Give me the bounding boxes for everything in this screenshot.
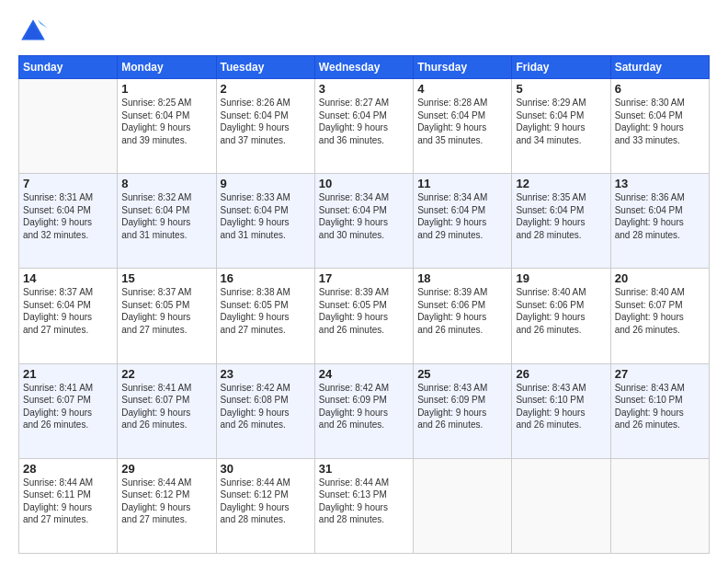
day-number: 24 [319, 367, 409, 381]
day-number: 7 [23, 177, 113, 190]
day-info: Sunrise: 8:42 AMSunset: 6:09 PMDaylight:… [319, 382, 409, 431]
day-info: Sunrise: 8:44 AMSunset: 6:12 PMDaylight:… [121, 477, 211, 526]
day-info: Sunrise: 8:42 AMSunset: 6:08 PMDaylight:… [221, 382, 311, 431]
calendar-week-row: 1Sunrise: 8:25 AMSunset: 6:04 PMDaylight… [19, 79, 710, 174]
day-number: 3 [319, 82, 409, 96]
calendar-cell: 31Sunrise: 8:44 AMSunset: 6:13 PMDayligh… [314, 458, 413, 553]
calendar-cell: 12Sunrise: 8:35 AMSunset: 6:04 PMDayligh… [512, 174, 610, 269]
day-number: 20 [615, 271, 705, 285]
day-info: Sunrise: 8:41 AMSunset: 6:07 PMDaylight:… [23, 382, 113, 431]
day-number: 11 [417, 177, 507, 190]
logo [18, 17, 53, 46]
calendar-cell: 23Sunrise: 8:42 AMSunset: 6:08 PMDayligh… [216, 363, 314, 458]
day-number: 5 [516, 82, 606, 96]
day-info: Sunrise: 8:31 AMSunset: 6:04 PMDaylight:… [23, 191, 113, 241]
calendar-cell: 16Sunrise: 8:38 AMSunset: 6:05 PMDayligh… [216, 269, 314, 363]
calendar: SundayMondayTuesdayWednesdayThursdayFrid… [18, 55, 710, 554]
day-info: Sunrise: 8:25 AMSunset: 6:04 PMDaylight:… [121, 97, 211, 146]
calendar-cell: 26Sunrise: 8:43 AMSunset: 6:10 PMDayligh… [512, 363, 610, 458]
calendar-header-thursday: Thursday [414, 56, 512, 79]
calendar-cell: 13Sunrise: 8:36 AMSunset: 6:04 PMDayligh… [610, 174, 709, 269]
calendar-cell: 4Sunrise: 8:28 AMSunset: 6:04 PMDaylight… [414, 79, 512, 174]
calendar-cell: 24Sunrise: 8:42 AMSunset: 6:09 PMDayligh… [314, 363, 413, 458]
calendar-cell: 30Sunrise: 8:44 AMSunset: 6:12 PMDayligh… [216, 458, 314, 553]
day-info: Sunrise: 8:33 AMSunset: 6:04 PMDaylight:… [221, 191, 311, 241]
day-info: Sunrise: 8:32 AMSunset: 6:04 PMDaylight:… [121, 191, 211, 241]
calendar-header-monday: Monday [118, 56, 216, 79]
day-number: 29 [121, 462, 211, 476]
day-info: Sunrise: 8:30 AMSunset: 6:04 PMDaylight:… [615, 97, 705, 146]
day-info: Sunrise: 8:26 AMSunset: 6:04 PMDaylight:… [221, 97, 311, 146]
day-number: 19 [516, 271, 606, 285]
header [18, 17, 710, 46]
day-info: Sunrise: 8:44 AMSunset: 6:11 PMDaylight:… [23, 477, 113, 526]
day-info: Sunrise: 8:37 AMSunset: 6:04 PMDaylight:… [23, 286, 113, 336]
day-number: 2 [221, 82, 311, 96]
calendar-header-tuesday: Tuesday [216, 56, 314, 79]
calendar-header-saturday: Saturday [610, 56, 709, 79]
day-info: Sunrise: 8:40 AMSunset: 6:06 PMDaylight:… [516, 286, 606, 336]
day-number: 31 [319, 462, 409, 476]
day-number: 6 [615, 82, 705, 96]
day-info: Sunrise: 8:37 AMSunset: 6:05 PMDaylight:… [121, 286, 211, 336]
calendar-cell: 3Sunrise: 8:27 AMSunset: 6:04 PMDaylight… [314, 79, 413, 174]
calendar-cell: 8Sunrise: 8:32 AMSunset: 6:04 PMDaylight… [118, 174, 216, 269]
calendar-cell [610, 458, 709, 553]
day-info: Sunrise: 8:41 AMSunset: 6:07 PMDaylight:… [121, 382, 211, 431]
calendar-cell: 29Sunrise: 8:44 AMSunset: 6:12 PMDayligh… [118, 458, 216, 553]
day-info: Sunrise: 8:38 AMSunset: 6:05 PMDaylight:… [221, 286, 311, 336]
day-number: 8 [121, 177, 211, 190]
day-number: 4 [417, 82, 507, 96]
calendar-cell: 11Sunrise: 8:34 AMSunset: 6:04 PMDayligh… [414, 174, 512, 269]
calendar-cell: 19Sunrise: 8:40 AMSunset: 6:06 PMDayligh… [512, 269, 610, 363]
day-info: Sunrise: 8:36 AMSunset: 6:04 PMDaylight:… [615, 191, 705, 241]
day-number: 25 [417, 367, 507, 381]
calendar-header-row: SundayMondayTuesdayWednesdayThursdayFrid… [19, 56, 710, 79]
day-number: 9 [221, 177, 311, 190]
calendar-cell: 1Sunrise: 8:25 AMSunset: 6:04 PMDaylight… [118, 79, 216, 174]
day-number: 10 [319, 177, 409, 190]
calendar-week-row: 7Sunrise: 8:31 AMSunset: 6:04 PMDaylight… [19, 174, 710, 269]
calendar-cell [414, 458, 512, 553]
day-number: 22 [121, 367, 211, 381]
day-number: 16 [221, 271, 311, 285]
page: SundayMondayTuesdayWednesdayThursdayFrid… [0, 0, 728, 563]
day-number: 1 [121, 82, 211, 96]
calendar-cell: 20Sunrise: 8:40 AMSunset: 6:07 PMDayligh… [610, 269, 709, 363]
day-number: 30 [221, 462, 311, 476]
calendar-week-row: 28Sunrise: 8:44 AMSunset: 6:11 PMDayligh… [19, 458, 710, 553]
calendar-cell: 10Sunrise: 8:34 AMSunset: 6:04 PMDayligh… [314, 174, 413, 269]
calendar-cell: 18Sunrise: 8:39 AMSunset: 6:06 PMDayligh… [414, 269, 512, 363]
day-info: Sunrise: 8:39 AMSunset: 6:05 PMDaylight:… [319, 286, 409, 336]
day-info: Sunrise: 8:44 AMSunset: 6:12 PMDaylight:… [221, 477, 311, 526]
day-info: Sunrise: 8:27 AMSunset: 6:04 PMDaylight:… [319, 97, 409, 146]
day-info: Sunrise: 8:39 AMSunset: 6:06 PMDaylight:… [417, 286, 507, 336]
day-number: 15 [121, 271, 211, 285]
day-number: 27 [615, 367, 705, 381]
calendar-cell: 2Sunrise: 8:26 AMSunset: 6:04 PMDaylight… [216, 79, 314, 174]
calendar-cell: 28Sunrise: 8:44 AMSunset: 6:11 PMDayligh… [19, 458, 118, 553]
day-number: 21 [23, 367, 113, 381]
day-info: Sunrise: 8:43 AMSunset: 6:10 PMDaylight:… [615, 382, 705, 431]
day-info: Sunrise: 8:43 AMSunset: 6:09 PMDaylight:… [417, 382, 507, 431]
day-number: 12 [516, 177, 606, 190]
day-info: Sunrise: 8:43 AMSunset: 6:10 PMDaylight:… [516, 382, 606, 431]
calendar-week-row: 14Sunrise: 8:37 AMSunset: 6:04 PMDayligh… [19, 269, 710, 363]
calendar-header-friday: Friday [512, 56, 610, 79]
calendar-cell: 15Sunrise: 8:37 AMSunset: 6:05 PMDayligh… [118, 269, 216, 363]
day-number: 26 [516, 367, 606, 381]
calendar-cell: 7Sunrise: 8:31 AMSunset: 6:04 PMDaylight… [19, 174, 118, 269]
day-info: Sunrise: 8:28 AMSunset: 6:04 PMDaylight:… [417, 97, 507, 146]
calendar-header-sunday: Sunday [19, 56, 118, 79]
day-number: 18 [417, 271, 507, 285]
logo-icon [18, 17, 48, 46]
day-number: 14 [23, 271, 113, 285]
calendar-cell: 27Sunrise: 8:43 AMSunset: 6:10 PMDayligh… [610, 363, 709, 458]
calendar-cell [512, 458, 610, 553]
day-info: Sunrise: 8:29 AMSunset: 6:04 PMDaylight:… [516, 97, 606, 146]
calendar-cell: 25Sunrise: 8:43 AMSunset: 6:09 PMDayligh… [414, 363, 512, 458]
calendar-cell: 6Sunrise: 8:30 AMSunset: 6:04 PMDaylight… [610, 79, 709, 174]
day-number: 17 [319, 271, 409, 285]
day-number: 23 [221, 367, 311, 381]
day-info: Sunrise: 8:35 AMSunset: 6:04 PMDaylight:… [516, 191, 606, 241]
